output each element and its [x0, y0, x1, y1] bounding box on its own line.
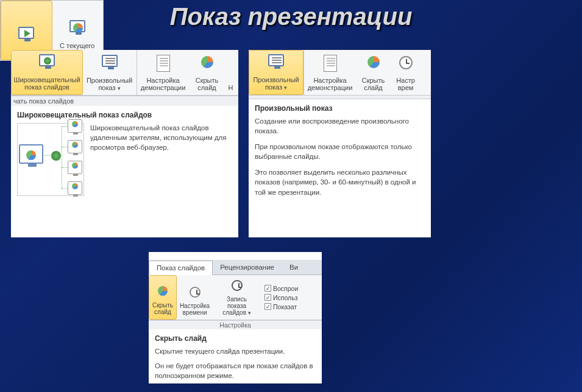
chevron-down-icon: ▾	[118, 85, 121, 91]
rehearse-timings-button[interactable]: Настройка времени	[177, 275, 213, 320]
tooltip-text: Скрытие текущего слайда презентации.	[155, 346, 316, 356]
ribbon-row: Широковещательный показ слайдов Произвол…	[11, 50, 238, 96]
tab-slideshow[interactable]: Показ слайдов	[149, 261, 213, 275]
broadcast-diagram	[17, 123, 84, 196]
ribbon-group-label: чать показ слайдов	[11, 96, 238, 106]
button-label: Настройка демонстрации	[141, 77, 186, 91]
clock-icon	[396, 55, 416, 74]
hide-slide-icon	[364, 55, 383, 74]
button-label: Настройка времени	[180, 303, 210, 316]
button-label: Настр врем	[394, 77, 417, 91]
partial-icon	[229, 62, 248, 82]
checkbox-use-timings[interactable]: ✓Использ	[264, 294, 298, 301]
chevron-down-icon: ▾	[248, 310, 251, 316]
tooltip: Широковещательный показ слайдов Широкове…	[11, 106, 238, 201]
setup-slideshow-button[interactable]: Настройка демонстрации	[137, 50, 190, 95]
custom-show-button[interactable]: Произвольный показ ▾	[249, 50, 303, 95]
tooltip-text: При произвольном показе отображаются тол…	[255, 142, 425, 161]
hide-slide-button[interactable]: Скрыть слайд	[149, 275, 177, 320]
ribbon-tabs: Показ слайдов Рецензирование Ви	[149, 261, 322, 275]
checkbox-group: ✓Воспрои ✓Использ ✓Показат	[261, 275, 298, 320]
setup-slideshow-button[interactable]: Настройка демонстрации	[304, 50, 357, 95]
tooltip-text: Широковещательный показ слайдов удаленны…	[90, 123, 232, 196]
tooltip-title: Произвольный показ	[255, 104, 425, 113]
button-label: Настройка демонстрации	[308, 77, 353, 91]
ribbon-group-label: Настройка	[149, 320, 322, 329]
broadcast-slideshow-button[interactable]: Широковещательный показ слайдов	[11, 50, 83, 95]
button-label: Произвольный показ ▾	[253, 76, 299, 91]
hide-slide-tooltip-panel: ​ Показ слайдов Рецензирование Ви Скрыть…	[149, 252, 322, 383]
button-label: Скрыть слайд	[152, 302, 173, 315]
broadcast-tooltip-panel: Широковещательный показ слайдов Произвол…	[11, 50, 238, 237]
setup-icon	[321, 55, 340, 74]
hide-slide-button[interactable]: Скрыть слайд	[357, 50, 391, 95]
tab-view[interactable]: Ви	[282, 261, 306, 275]
custom-show-tooltip-panel: Произвольный показ ▾ Настройка демонстра…	[249, 50, 431, 237]
button-label: Н	[229, 84, 233, 91]
button-label: Широковещательный показ слайдов	[13, 76, 80, 91]
tooltip-text: Это позволяет выделить несколько различн…	[255, 167, 425, 197]
clock-icon	[188, 285, 202, 300]
partial-button[interactable]: Н	[225, 50, 237, 95]
button-label: Запись показа слайдов ▾	[217, 296, 257, 316]
custom-show-icon	[100, 55, 119, 74]
button-label: Произвольный показ ▾	[87, 77, 132, 91]
hide-slide-icon	[197, 55, 217, 74]
setup-icon	[154, 55, 173, 74]
hide-slide-icon	[155, 285, 170, 299]
tooltip-text: Создание или воспроизведение произвольно…	[255, 116, 425, 136]
slide-title: Показ презентации	[170, 3, 413, 30]
ribbon-row: Скрыть слайд Настройка времени Запись по…	[149, 275, 322, 320]
chevron-down-icon: ▾	[284, 85, 287, 91]
record-slideshow-button[interactable]: Запись показа слайдов ▾	[213, 275, 261, 320]
hide-slide-button[interactable]: Скрыть слайд	[190, 50, 225, 95]
button-label: Скрыть слайд	[193, 77, 221, 91]
title-fragment: ​	[149, 252, 322, 261]
button-label: Скрыть слайд	[360, 77, 386, 91]
checkbox-show-controls[interactable]: ✓Показат	[264, 303, 298, 310]
tooltip: Скрыть слайд Скрытие текущего слайда пре…	[149, 329, 322, 385]
tooltip-text: Он не будет отображаться при показе слай…	[155, 361, 316, 380]
ribbon-row: Произвольный показ ▾ Настройка демонстра…	[249, 50, 431, 96]
play-from-start-icon	[16, 27, 36, 46]
custom-show-button[interactable]: Произвольный показ ▾	[83, 50, 137, 95]
tooltip-title: Скрыть слайд	[155, 334, 316, 343]
broadcast-icon	[37, 54, 57, 74]
custom-show-icon	[266, 54, 286, 74]
checkbox-play-narrations[interactable]: ✓Воспрои	[264, 285, 298, 292]
rehearse-timings-button[interactable]: Настр врем	[391, 50, 421, 95]
tab-review[interactable]: Рецензирование	[213, 261, 282, 275]
tooltip: Произвольный показ Создание или воспроиз…	[249, 99, 431, 202]
record-icon	[230, 279, 244, 293]
play-from-current-icon	[68, 20, 87, 40]
